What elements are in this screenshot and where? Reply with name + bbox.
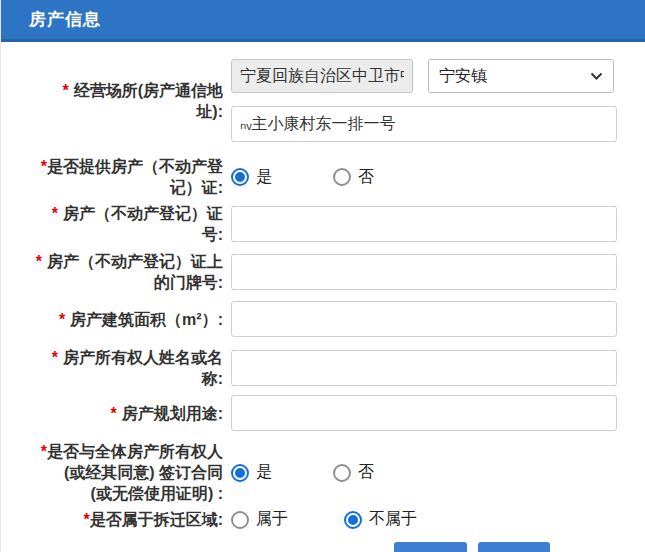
contract-signed-label: *是否与全体房产所有权人 (或经其同意) 签订合同 (或无偿使用证明) :	[11, 441, 223, 504]
demolition-area-label: *是否属于拆迁区域:	[11, 509, 223, 530]
row-cert-door-no: *房产（不动产登记）证上 的门牌号:	[11, 251, 645, 293]
footer-action-button-right[interactable]	[478, 542, 550, 552]
building-area-input[interactable]	[231, 301, 617, 337]
contract-option-yes[interactable]: 是	[231, 462, 277, 483]
field-label-text: 房产（不动产登记）证上 的门牌号:	[47, 253, 223, 291]
business-address-label: *经营场所(房产通信地 址):	[11, 80, 223, 122]
row-business-address: *经营场所(房产通信地 址): 宁安镇	[11, 59, 645, 142]
required-asterisk: *	[52, 349, 58, 366]
footer-action-button-left[interactable]	[394, 542, 467, 552]
demolition-option-not-belongs[interactable]: 不属于	[344, 509, 417, 530]
town-select-value: 宁安镇	[439, 66, 487, 87]
building-area-label: *房产建筑面积（m²）:	[11, 309, 223, 330]
radio-no-label: 否	[358, 167, 374, 188]
field-label-text: 房产建筑面积（m²）:	[70, 311, 223, 328]
owner-name-label: *房产所有权人姓名或名 称:	[11, 347, 223, 389]
required-asterisk: *	[59, 311, 65, 328]
planned-use-input[interactable]	[231, 395, 617, 431]
field-label-text: 是否属于拆迁区域:	[90, 511, 223, 528]
cert-door-no-input[interactable]	[231, 254, 617, 290]
business-address-controls: 宁安镇	[231, 59, 617, 142]
required-asterisk: *	[36, 253, 42, 270]
row-cert-no: *房产（不动产登记）证 号:	[11, 203, 645, 245]
demolition-radio-group: 属于 不属于	[231, 509, 617, 530]
radio-no-icon[interactable]	[333, 168, 351, 186]
radio-not-belongs-label: 不属于	[369, 509, 417, 530]
radio-yes-icon[interactable]	[231, 168, 249, 186]
required-asterisk: *	[62, 82, 68, 99]
has-cert-radio-group: 是 否	[231, 167, 617, 188]
chevron-down-icon	[590, 72, 603, 80]
field-label-text: 是否提供房产（不动产登 记）证:	[47, 158, 223, 196]
planned-use-label: *房产规划用途:	[11, 403, 223, 424]
contract-signed-radio-group: 是 否	[231, 462, 617, 483]
radio-yes-label: 是	[256, 167, 272, 188]
cert-door-no-label: *房产（不动产登记）证上 的门牌号:	[11, 251, 223, 293]
radio-yes-icon[interactable]	[231, 464, 249, 482]
demolition-option-belongs[interactable]: 属于	[231, 509, 288, 530]
has-cert-option-no[interactable]: 否	[333, 167, 374, 188]
field-label-text: 经营场所(房产通信地 址):	[74, 82, 223, 120]
panel-title: 房产信息	[29, 8, 101, 31]
cert-no-input[interactable]	[231, 206, 617, 242]
cert-no-label: *房产（不动产登记）证 号:	[11, 203, 223, 245]
required-asterisk: *	[110, 405, 116, 422]
radio-belongs-icon[interactable]	[231, 511, 249, 529]
radio-not-belongs-icon[interactable]	[344, 511, 362, 529]
required-asterisk: *	[52, 205, 58, 222]
town-select[interactable]: 宁安镇	[428, 59, 614, 93]
field-label-text: 房产所有权人姓名或名 称:	[63, 349, 223, 387]
radio-no-icon[interactable]	[333, 464, 351, 482]
radio-no-label: 否	[358, 462, 374, 483]
row-demolition-area: *是否属于拆迁区域: 属于 不属于	[11, 509, 645, 530]
row-owner-name: *房产所有权人姓名或名 称:	[11, 347, 645, 389]
has-cert-label: *是否提供房产（不动产登 记）证:	[11, 156, 223, 198]
owner-name-input[interactable]	[231, 350, 617, 386]
property-form: *经营场所(房产通信地 址): 宁安镇 *是否提供房产（不动产登 记）	[1, 42, 645, 530]
region-input[interactable]	[231, 59, 413, 93]
field-label-text: 房产规划用途:	[122, 405, 223, 422]
row-has-cert: *是否提供房产（不动产登 记）证: 是 否	[11, 155, 645, 199]
row-building-area: *房产建筑面积（m²）:	[11, 301, 645, 337]
panel-header: 房产信息	[1, 0, 645, 42]
radio-yes-label: 是	[256, 462, 272, 483]
has-cert-option-yes[interactable]: 是	[231, 167, 277, 188]
field-label-text: 是否与全体房产所有权人 (或经其同意) 签订合同 (或无偿使用证明) :	[47, 443, 223, 502]
property-info-panel: 房产信息 *经营场所(房产通信地 址): 宁安镇	[0, 0, 645, 552]
radio-belongs-label: 属于	[256, 509, 288, 530]
row-contract-signed: *是否与全体房产所有权人 (或经其同意) 签订合同 (或无偿使用证明) : 是 …	[11, 441, 645, 504]
address-detail-input[interactable]	[231, 106, 617, 142]
row-planned-use: *房产规划用途:	[11, 395, 645, 431]
field-label-text: 房产（不动产登记）证 号:	[63, 205, 223, 243]
contract-option-no[interactable]: 否	[333, 462, 374, 483]
